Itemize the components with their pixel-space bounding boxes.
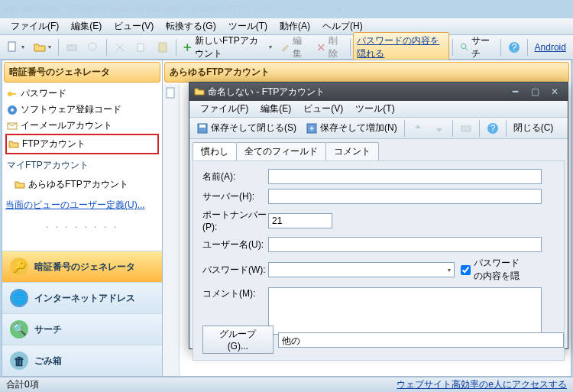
mail-icon <box>7 121 18 131</box>
sidebar: 暗証番号のジェネレータ パスワード ソフトウェア登録コード イーメールアカウント… <box>2 60 163 376</box>
android-button[interactable]: Android <box>531 40 570 55</box>
status-bar: 合計0項 ウェブサイト高効率のe人にアクセスする <box>0 377 573 392</box>
svg-text:?: ? <box>490 123 495 134</box>
close-button-toolbar[interactable]: 閉じる(C) <box>510 119 558 137</box>
user-define-view-link[interactable]: 当面のビューのユーザー定義(U)... <box>2 194 162 216</box>
tree-item-all-ftp[interactable]: あらゆるFTPアカウント <box>13 177 159 193</box>
dialog-title: 命名しない - FTPアカウント <box>205 86 507 99</box>
open-folder-button[interactable]: ▾ <box>30 39 55 56</box>
svg-point-5 <box>461 44 465 48</box>
username-input[interactable] <box>268 237 542 252</box>
hide-password-checkbox[interactable]: パスワードの内容を隠 <box>461 257 526 283</box>
tree-item-software-reg[interactable]: ソフトウェア登録コード <box>5 102 159 118</box>
dialog-help-button[interactable]: ? <box>483 120 503 137</box>
dialog-menu-edit[interactable]: 編集(E) <box>254 101 297 117</box>
paste-button[interactable] <box>153 39 173 56</box>
dialog-tabs: 慣わし 全てのフィールド コメント <box>189 139 568 160</box>
svg-rect-0 <box>8 42 15 51</box>
svg-rect-15 <box>199 125 206 128</box>
app-toolbar: ▾ ▾ 新しいFTPアカウント▾ 編集 削除 パスワードの内容を隠れる サーチ … <box>0 35 573 60</box>
svg-rect-13 <box>167 88 174 98</box>
my-ftp-header: マイFTPアカウント <box>2 156 162 175</box>
password-combo[interactable]: ▾ <box>268 262 455 277</box>
menu-edit[interactable]: 編集(E) <box>65 18 108 34</box>
edit-button[interactable]: 編集 <box>277 32 312 63</box>
tree-item-ftp[interactable]: FTPアカウント <box>5 134 159 154</box>
svg-point-11 <box>11 109 14 112</box>
dialog-maximize-button[interactable]: ▢ <box>526 86 543 98</box>
main-header: あらゆるFTPアカウント <box>164 62 569 83</box>
save-and-close-button[interactable]: 保存そして閉じる(S) <box>193 119 300 137</box>
dialog-menubar: ファイル(F) 編集(E) ビュー(V) ツール(T) <box>189 101 568 118</box>
dialog-minimize-button[interactable]: ━ <box>507 86 523 98</box>
print-button[interactable] <box>62 39 82 56</box>
dialog-close-button[interactable]: ✕ <box>546 86 563 98</box>
folder-icon <box>15 180 25 190</box>
dialog-menu-tools[interactable]: ツール(T) <box>349 101 400 117</box>
prev-record-button[interactable] <box>408 120 428 137</box>
dialog-print-button[interactable] <box>456 120 476 137</box>
nav-search[interactable]: 🔍サーチ <box>2 313 162 345</box>
svg-rect-1 <box>67 45 76 50</box>
copy-button[interactable] <box>131 39 151 56</box>
app-title: MyPwd.epmw - Efficient Password Manager … <box>3 3 290 16</box>
document-icon <box>165 87 177 99</box>
dialog-toolbar: 保存そして閉じる(S) 保存そして増加(N) ? 閉じる(C) <box>189 118 568 139</box>
nav-internet-address[interactable]: 🌐インターネットアドレス <box>2 282 162 313</box>
ftp-account-dialog: 命名しない - FTPアカウント ━ ▢ ✕ ファイル(F) 編集(E) ビュー… <box>189 82 568 349</box>
help-icon: ? <box>487 122 499 134</box>
print-preview-button[interactable] <box>83 39 103 56</box>
menu-file[interactable]: ファイル(F) <box>5 18 65 34</box>
trash-icon: 🗑 <box>10 352 28 370</box>
comment-label: コメント(M): <box>202 287 268 300</box>
svg-rect-17 <box>461 126 471 131</box>
new-ftp-account-button[interactable]: 新しいFTPアカウント▾ <box>179 32 275 63</box>
nav-password-generator[interactable]: 🔑暗証番号のジェネレータ <box>2 251 162 282</box>
tree-item-email[interactable]: イーメールアカウント <box>5 118 159 134</box>
close-button[interactable]: ✕ <box>330 3 347 15</box>
tab-custom[interactable]: 慣わし <box>193 142 237 160</box>
key-icon: 🔑 <box>10 258 28 276</box>
server-label: サーバー(H): <box>202 190 268 203</box>
status-website-link[interactable]: ウェブサイト高効率のe人にアクセスする <box>397 378 567 391</box>
port-input[interactable] <box>268 213 332 228</box>
arrow-down-icon <box>433 122 445 134</box>
cd-icon <box>7 105 18 115</box>
dialog-menu-file[interactable]: ファイル(F) <box>194 101 254 117</box>
search-button[interactable]: サーチ <box>456 32 497 63</box>
save-add-icon <box>306 122 318 134</box>
name-input[interactable] <box>268 169 542 184</box>
key-icon <box>7 89 18 99</box>
app-titlebar: MyPwd.epmw - Efficient Password Manager … <box>0 0 573 18</box>
tab-comment[interactable]: コメント <box>325 142 379 160</box>
search-icon: 🔍 <box>10 320 28 339</box>
list-gutter <box>163 84 180 376</box>
svg-point-2 <box>89 43 96 50</box>
username-label: ユーザー名(U): <box>202 238 268 251</box>
next-record-button[interactable] <box>429 120 449 137</box>
group-button[interactable]: グループ(G)... <box>202 326 274 354</box>
folder-icon <box>194 86 205 97</box>
nav-trash[interactable]: 🗑ごみ箱 <box>2 345 162 376</box>
dialog-titlebar: 命名しない - FTPアカウント ━ ▢ ✕ <box>189 83 568 101</box>
server-input[interactable] <box>268 189 542 204</box>
new-doc-button[interactable]: ▾ <box>3 39 28 56</box>
dialog-menu-view[interactable]: ビュー(V) <box>297 101 349 117</box>
folder-icon <box>8 139 19 150</box>
menu-view[interactable]: ビュー(V) <box>108 18 160 34</box>
cut-button[interactable] <box>110 39 130 56</box>
help-button[interactable]: ? <box>504 39 524 56</box>
hide-password-button[interactable]: パスワードの内容を隠れる <box>353 32 449 63</box>
delete-button[interactable]: 削除 <box>312 32 347 63</box>
tree-item-password[interactable]: パスワード <box>5 86 159 102</box>
name-label: 名前(A): <box>202 170 268 183</box>
password-label: パスワード(W): <box>202 264 268 277</box>
svg-text:?: ? <box>511 42 516 53</box>
maximize-button[interactable]: ▢ <box>310 3 327 15</box>
minimize-button[interactable]: ━ <box>290 3 307 15</box>
chevron-down-icon: ▾ <box>448 267 451 274</box>
group-field[interactable]: 他の <box>278 332 564 348</box>
save-icon <box>196 122 209 134</box>
save-and-add-button[interactable]: 保存そして増加(N) <box>302 119 401 137</box>
tab-all-fields[interactable]: 全てのフィールド <box>236 142 326 160</box>
